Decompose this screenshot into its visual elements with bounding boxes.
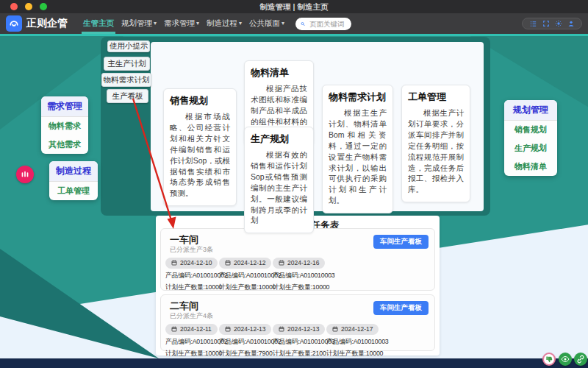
workshop-1-section: 一车间 已分派生产3条 车间生产看板 2024-12-10 产品编码:A0100… xyxy=(160,228,435,291)
date-chip: 2024-12-11 xyxy=(165,324,218,335)
menu-item-sales-planning[interactable]: 销售规划 xyxy=(504,121,557,139)
card-sales-planning[interactable]: 销售规划 根据市场战略、公司经营计划和相关方针文件编制销售和运作计划Sop，或根… xyxy=(163,88,237,206)
card-title: 物料清单 xyxy=(251,66,307,79)
podium-icon xyxy=(21,170,29,179)
calendar-icon xyxy=(332,326,338,332)
kanban-button[interactable]: 生产看板 xyxy=(107,89,148,103)
menu-item-other-demand[interactable]: 其他需求 xyxy=(41,135,88,154)
kanban-button-label: 生产看板 xyxy=(112,91,143,102)
task-item: 2024-12-12 产品编码:A010010002 计划生产数量:10000 xyxy=(219,255,273,292)
nav-item-demand[interactable]: 需求管理 ▾ xyxy=(164,13,199,34)
task-qty: 计划生产数量:10000 xyxy=(165,350,219,358)
card-title: 物料需求计划 xyxy=(329,91,387,104)
workshop-subtitle: 已分派生产4条 xyxy=(170,311,213,321)
chevron-down-icon: ▾ xyxy=(154,21,157,26)
logo-swirl-icon xyxy=(9,18,19,29)
card-body: 根据生产计划订单要求，分派车间排产并制定任务明细，按流程规范开展制造，完成任务后… xyxy=(408,107,464,195)
workshop-kanban-button[interactable]: 车间生产看板 xyxy=(373,301,429,315)
feedback-thumb-button[interactable] xyxy=(542,353,556,366)
card-production-planning[interactable]: 生产规划 根据有效的销售和运作计划Sop或销售预测编制的主生产计划。一般建议编制… xyxy=(244,127,314,233)
task-item: 2024-12-13 产品编码:A010010003 计划生产数量:2100 xyxy=(273,322,326,358)
panel-planning-title: 规划管理 xyxy=(504,100,557,121)
mps-button[interactable]: 主生产计划 xyxy=(104,57,150,71)
task-qty: 计划生产数量:10000 xyxy=(165,283,219,292)
task-item: 2024-12-11 产品编码:A010010002 计划生产数量:10000 xyxy=(165,322,219,358)
fullscreen-icon[interactable] xyxy=(542,20,550,27)
calendar-icon xyxy=(171,260,177,266)
task-item: 2024-12-16 产品编码:A010010003 计划生产数量:10000 xyxy=(273,255,326,292)
card-work-order[interactable]: 工单管理 根据生产计划订单要求，分派车间排产并制定任务明细，按流程规范开展制造，… xyxy=(401,85,470,202)
task-product: 产品编码:A010010003 xyxy=(273,338,326,347)
calendar-icon xyxy=(279,326,284,332)
card-body: 根据主生产计划、物料清单Bom和相关资料，通过一定的设置生产物料需求计划，以输出… xyxy=(329,107,387,206)
nav-item-planning[interactable]: 规划管理 ▾ xyxy=(121,13,157,34)
mrp-button[interactable]: 物料需求计划 xyxy=(101,73,151,87)
menu-item-material-demand[interactable]: 物料需求 xyxy=(41,117,88,135)
nav-label: 需求管理 xyxy=(164,18,195,29)
chevron-down-icon: ▾ xyxy=(282,21,284,26)
page-search[interactable] xyxy=(295,18,351,30)
nav-label: 公共版面 xyxy=(249,18,280,29)
calendar-icon xyxy=(225,326,231,332)
manufacturing-home-page: 制造管理 | 制造主页 正则企管 生管主页 规划管理 ▾ 需求管理 ▾ 制造过程… xyxy=(0,0,588,368)
user-icon[interactable] xyxy=(567,20,575,27)
app-navbar: 正则企管 生管主页 规划管理 ▾ 需求管理 ▾ 制造过程 ▾ 公共版面 ▾ xyxy=(0,13,588,34)
nav-item-production-home[interactable]: 生管主页 xyxy=(83,13,114,34)
card-mrp[interactable]: 物料需求计划 根据主生产计划、物料清单Bom和相关资料，通过一定的设置生产物料需… xyxy=(322,85,393,213)
search-input[interactable] xyxy=(308,19,346,29)
list-view-icon[interactable] xyxy=(529,20,537,28)
nav-label: 制造过程 xyxy=(207,18,237,29)
tips-button-label: 使用小提示 xyxy=(110,41,148,52)
card-title: 生产规划 xyxy=(251,132,307,146)
bottom-bar xyxy=(0,358,588,368)
task-qty: 计划生产数量:10000 xyxy=(219,283,273,292)
thumb-down-icon xyxy=(545,355,553,364)
workshop-kanban-button[interactable]: 车间生产看板 xyxy=(373,235,429,249)
pink-fab[interactable] xyxy=(16,166,34,183)
task-date: 2024-12-13 xyxy=(234,325,265,333)
mrp-button-label: 物料需求计划 xyxy=(104,75,150,85)
task-list: 2024-12-10 产品编码:A010010002 计划生产数量:10000 … xyxy=(165,255,431,292)
nav-label: 规划管理 xyxy=(121,18,152,29)
link-button[interactable] xyxy=(574,353,587,366)
panel-demand-title: 需求管理 xyxy=(41,96,88,117)
task-product: 产品编码:A010010002 xyxy=(219,338,273,347)
panel-process-title: 制造过程 xyxy=(49,161,98,182)
date-chip: 2024-12-10 xyxy=(165,258,218,269)
task-qty: 计划生产数量:2100 xyxy=(273,350,326,358)
workshop-subtitle: 已分派生产3条 xyxy=(170,245,213,255)
calendar-icon xyxy=(171,326,177,332)
menu-item-bom[interactable]: 物料清单 xyxy=(504,158,557,176)
task-date: 2024-12-17 xyxy=(341,325,373,333)
calendar-icon xyxy=(225,260,231,266)
nav-item-public[interactable]: 公共版面 ▾ xyxy=(249,13,284,34)
calendar-icon xyxy=(279,260,284,266)
chevron-down-icon: ▾ xyxy=(239,21,242,26)
task-product: 产品编码:A010010003 xyxy=(326,338,380,347)
tips-button[interactable]: 使用小提示 xyxy=(107,40,150,52)
date-chip: 2024-12-12 xyxy=(219,258,271,269)
panel-process: 制造过程 工单管理 xyxy=(49,161,98,200)
menu-item-work-order[interactable]: 工单管理 xyxy=(49,182,98,200)
card-title: 销售规划 xyxy=(170,94,230,107)
task-qty: 计划生产数量:10000 xyxy=(326,350,380,358)
app-logo[interactable] xyxy=(6,15,22,32)
task-board: 近期在线生产任务表 一车间 已分派生产3条 车间生产看板 2024-12-10 … xyxy=(156,216,440,355)
task-date: 2024-12-11 xyxy=(180,325,212,333)
workshop-2-section: 二车间 已分派生产4条 车间生产看板 2024-12-11 产品编码:A0100… xyxy=(160,294,435,351)
eye-icon xyxy=(561,355,570,364)
task-date: 2024-12-13 xyxy=(287,325,319,333)
task-list: 2024-12-11 产品编码:A010010002 计划生产数量:10000 … xyxy=(165,322,431,358)
nav-item-process[interactable]: 制造过程 ▾ xyxy=(207,13,242,34)
navbar-tools xyxy=(522,18,582,29)
task-date: 2024-12-16 xyxy=(287,259,319,266)
link-icon xyxy=(576,355,585,364)
task-product: 产品编码:A010010002 xyxy=(219,272,273,280)
card-title: 工单管理 xyxy=(408,91,464,104)
menu-item-production-planning[interactable]: 生产规划 xyxy=(504,139,557,158)
brightness-icon[interactable] xyxy=(555,20,562,27)
watch-button[interactable] xyxy=(559,353,572,366)
card-body: 根据市场战略、公司经营计划和相关方针文件编制销售和运作计划Sop，或根据销售实绩… xyxy=(170,111,230,199)
task-date: 2024-12-10 xyxy=(180,259,212,266)
chevron-down-icon: ▾ xyxy=(196,21,199,26)
